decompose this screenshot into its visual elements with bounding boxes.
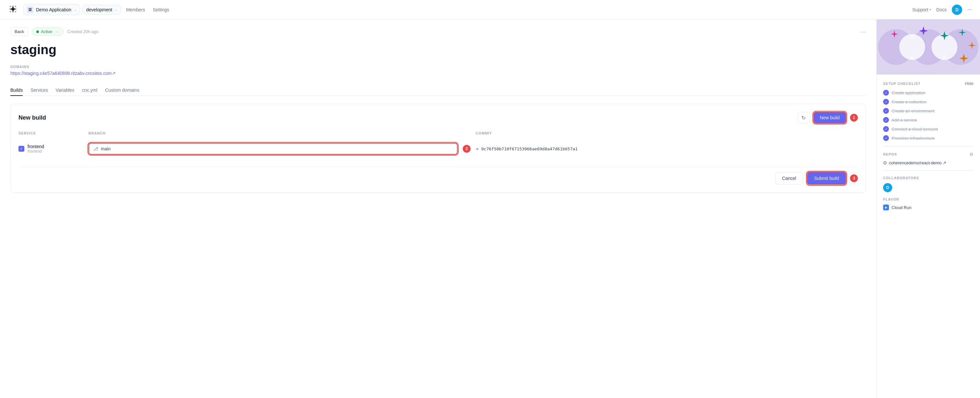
header: 🖼 Demo Application ⌄ development ⌄ Membe… [0,0,980,19]
back-button[interactable]: Back [10,27,28,36]
service-info: frontend frontend [27,144,44,154]
created-timestamp: Created 20h ago [67,29,99,34]
repos-header: REPOS ⚙ [883,152,974,157]
tab-variables[interactable]: Variables [56,85,74,96]
check-icon-4: ✓ [883,126,889,132]
col-service-header: SERVICE [19,131,83,135]
svg-point-3 [10,11,11,12]
tab-custom-domains[interactable]: Custom domains [105,85,139,96]
section-divider-1 [883,146,974,146]
service-checkbox[interactable]: ✓ [19,146,24,152]
check-icon-3: ✓ [883,117,889,123]
check-icon-5: ✓ [883,135,889,141]
main-content: Back Active ··· Created 20h ago ⋯ stagin… [0,19,876,398]
checklist-item-4: ✓ Connect a cloud account [883,126,974,132]
step-1-badge: 1 [850,114,858,121]
service-name: frontend [27,144,44,149]
svg-point-9 [899,34,925,60]
branch-input[interactable] [101,146,453,151]
support-button[interactable]: Support ▾ [912,7,931,12]
checklist-item-3: ✓ Add a service [883,117,974,123]
tab-cnc-yml[interactable]: cnc.yml [82,85,97,96]
hide-button[interactable]: Hide [965,81,974,86]
repos-settings-icon[interactable]: ⚙ [969,152,974,157]
new-build-button[interactable]: New build [813,112,846,124]
check-icon-2: ✓ [883,108,889,114]
checklist-label-5: Provision infrastructure [891,136,935,141]
submit-build-button[interactable]: Submit build [807,172,846,185]
status-more-icon[interactable]: ··· [56,29,59,34]
col-commit-header: COMMIT [476,131,858,135]
commit-icon: ◈ [476,146,479,151]
service-sub: frontend [27,149,44,154]
table-header: SERVICE BRANCH COMMIT [19,131,858,139]
status-label: Active [41,29,52,34]
sidebar-content: SETUP CHECKLIST Hide ✓ Create applicatio… [877,75,980,217]
status-dot-icon [36,30,39,33]
more-icon: ··· [967,6,972,13]
commit-cell: ◈ 9c76f50b710f67153966ae69d8a47d61b657a1 [476,146,858,151]
checklist-label-4: Connect a cloud account [891,127,938,132]
collaborators-list: D [883,183,974,192]
app-name: Demo Application [36,7,71,12]
flavor-name: Cloud Run [891,205,911,210]
env-selector[interactable]: development ⌄ [83,5,121,14]
main-layout: Back Active ··· Created 20h ago ⋯ stagin… [0,19,980,398]
svg-point-2 [15,6,16,7]
step-3-badge: 3 [850,174,858,182]
page-more-button[interactable]: ⋯ [860,28,866,35]
check-icon-1: ✓ [883,99,889,105]
more-menu-button[interactable]: ··· [967,6,972,13]
card-actions: Cancel Submit build 3 [19,166,858,185]
domain-link[interactable]: https://staging.c4e57a640898.ritzabv.cnc… [10,71,866,76]
avatar-initial: D [955,7,959,12]
topbar: Back Active ··· Created 20h ago ⋯ [10,27,866,36]
collaborator-avatar: D [883,183,892,192]
repo-link[interactable]: ⊙ coherencedemo/react-demo ↗ [883,160,974,165]
checklist-label-3: Add a service [891,118,917,123]
repos-title: REPOS [883,152,897,156]
table-row: ✓ frontend frontend ⎇ 2 [19,139,858,159]
sidebar-banner [877,19,980,75]
cloud-run-icon: ▶ [883,204,889,210]
col-branch-header: BRANCH [89,131,471,135]
env-name: development [86,7,112,12]
nav-members[interactable]: Members [126,7,145,12]
build-card-actions: ↻ New build 1 [798,112,858,124]
checklist-label-2: Create an environment [891,108,934,113]
checklist-item-1: ✓ Create a collection [883,99,974,105]
step-2-badge: 2 [463,145,471,153]
domain-url: https://staging.c4e57a640898.ritzabv.cnc… [10,71,116,76]
checklist-item-0: ✓ Create application [883,90,974,96]
page-title: staging [10,43,866,57]
app-selector[interactable]: 🖼 Demo Application ⌄ [23,4,80,15]
sidebar: SETUP CHECKLIST Hide ✓ Create applicatio… [876,19,980,398]
svg-point-0 [12,8,14,10]
build-table: SERVICE BRANCH COMMIT ✓ frontend fronten… [19,131,858,159]
docs-button[interactable]: Docs [936,7,947,12]
tab-services[interactable]: Services [30,85,48,96]
tab-builds[interactable]: Builds [10,85,23,96]
section-divider-2 [883,170,974,171]
commit-hash: 9c76f50b710f67153966ae69d8a47d61b657a1 [481,146,578,151]
domains-section: DOMAINS https://staging.c4e57a640898.rit… [10,65,866,76]
build-card: New build ↻ New build 1 SERVICE BRANCH C… [10,104,866,193]
svg-point-4 [15,11,16,12]
branch-input-wrap: ⎇ [89,143,458,154]
nav-settings[interactable]: Settings [153,7,169,12]
flavor-item: ▶ Cloud Run [883,204,974,210]
repo-url: coherencedemo/react-demo ↗ [889,161,946,165]
checklist-item-5: ✓ Provision infrastructure [883,135,974,141]
checklist-items: ✓ Create application ✓ Create a collecti… [883,90,974,141]
flavor-title: FLAVOR [883,197,974,201]
refresh-button[interactable]: ↻ [798,112,810,124]
avatar[interactable]: D [952,5,962,15]
collaborators-title: COLLABORATORS [883,176,974,180]
env-chevron-icon: ⌄ [115,8,117,11]
checkbox-check-icon: ✓ [20,146,23,151]
docs-label: Docs [936,7,947,12]
domains-label: DOMAINS [10,65,866,69]
checklist-item-2: ✓ Create an environment [883,108,974,114]
app-icon: 🖼 [27,6,33,13]
cancel-button[interactable]: Cancel [775,172,803,185]
